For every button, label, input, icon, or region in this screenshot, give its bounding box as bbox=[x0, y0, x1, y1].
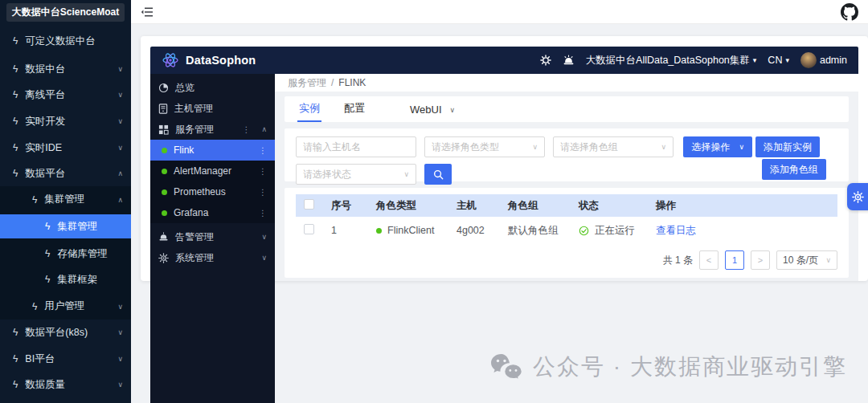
col-action: 操作 bbox=[649, 194, 837, 217]
pagination: 共 1 条 < 1 > 10 条/页 ∨ bbox=[296, 250, 837, 270]
sidebar-item-label: 集群管理 bbox=[57, 220, 97, 234]
wechat-icon bbox=[489, 352, 523, 381]
prev-page-button[interactable]: < bbox=[699, 250, 719, 270]
tab-webui[interactable]: WebUI ∨ bbox=[408, 99, 457, 122]
cell-status: 正在运行 bbox=[579, 224, 643, 238]
bolt-icon: ϟ bbox=[13, 168, 18, 179]
topbar bbox=[131, 0, 868, 24]
sidebar-item-cluster-management-group[interactable]: ϟ 集群管理 ∧ bbox=[0, 186, 131, 212]
app-sidebar-hosts[interactable]: 主机管理 bbox=[150, 98, 275, 119]
app-sidebar-system[interactable]: 系统管理 ∨ bbox=[150, 247, 275, 268]
service-item-alertmanager[interactable]: AlertManager ⋮ bbox=[150, 161, 275, 181]
bolt-icon: ϟ bbox=[13, 353, 18, 364]
search-button[interactable] bbox=[424, 164, 452, 185]
sidebar-item-repository-management[interactable]: ϟ 存储库管理 bbox=[0, 241, 131, 267]
sidebar-submenu-block: ϟ 集群管理 ∧ ϟ 集群管理 ϟ 存储库管理 ϟ 集群框架 ϟ 用户管理 ∨ bbox=[0, 186, 131, 320]
sidebar-item-realtime-ide[interactable]: ϟ 实时IDE ∨ bbox=[0, 135, 131, 161]
outer-sidebar: 大数据中台ScienceMoat ϟ 可定义数据中台 ϟ 数据中台 ∨ ϟ 离线… bbox=[0, 0, 131, 403]
more-icon[interactable]: ⋮ bbox=[259, 188, 267, 197]
app-sidebar-label: 告警管理 bbox=[175, 230, 214, 244]
role-type-select[interactable]: 请选择角色类型 ∨ bbox=[424, 136, 545, 157]
sidebar-item-label: 数据质量 bbox=[25, 378, 65, 392]
sidebar-item-bi-platform[interactable]: ϟ BI平台 ∨ bbox=[0, 346, 131, 372]
app-sidebar-label: 主机管理 bbox=[174, 102, 213, 116]
tabs-bar: 实例 配置 WebUI ∨ bbox=[285, 96, 849, 122]
state-select[interactable]: 请选择状态 ∨ bbox=[296, 164, 416, 185]
service-item-grafana[interactable]: Grafana ⋮ bbox=[150, 202, 275, 223]
chevron-down-icon: ∨ bbox=[117, 328, 123, 336]
current-page-button[interactable]: 1 bbox=[725, 250, 744, 270]
table-row: 1 FlinkClient 4g002 默认角 bbox=[296, 217, 837, 244]
cell-index: 1 bbox=[325, 217, 370, 244]
settings-icon[interactable] bbox=[540, 55, 551, 66]
floating-settings-button[interactable] bbox=[847, 183, 868, 210]
state-placeholder: 请选择状态 bbox=[303, 168, 351, 181]
alarm-icon[interactable] bbox=[563, 55, 575, 66]
view-log-link[interactable]: 查看日志 bbox=[656, 225, 696, 236]
sidebar-item-data-platform-main[interactable]: ϟ 数据平台 ∧ bbox=[0, 161, 131, 186]
app-body: 总览 主机管理 bbox=[150, 74, 858, 281]
chevron-up-icon: ∧ bbox=[117, 196, 123, 204]
github-icon[interactable] bbox=[841, 3, 858, 21]
sidebar-item-data-platform-k8s[interactable]: ϟ 数据平台(k8s) ∨ bbox=[0, 320, 131, 345]
sidebar-item-offline-platform[interactable]: ϟ 离线平台 ∨ bbox=[0, 82, 131, 108]
service-item-flink[interactable]: Flink ⋮ bbox=[150, 140, 275, 161]
bolt-icon: ϟ bbox=[13, 63, 18, 75]
sidebar-item-definable-data-platform[interactable]: ϟ 可定义数据中台 bbox=[0, 28, 131, 54]
sidebar-item-cluster-management[interactable]: ϟ 集群管理 bbox=[0, 214, 131, 238]
sidebar-item-label: 数据平台 bbox=[25, 167, 65, 181]
tab-instance[interactable]: 实例 bbox=[297, 96, 321, 122]
chevron-down-icon: ∨ bbox=[403, 170, 409, 178]
app-sidebar-alerts[interactable]: 告警管理 ∨ bbox=[150, 226, 275, 247]
sidebar-item-label: 离线平台 bbox=[25, 88, 65, 102]
sidebar-item-cluster-framework[interactable]: ϟ 集群框架 bbox=[0, 267, 131, 292]
add-role-group-button[interactable]: 添加角色组 bbox=[762, 159, 826, 180]
tab-config[interactable]: 配置 bbox=[342, 96, 366, 122]
cluster-selector[interactable]: 大数据中台AllData_DataSophon集群 ▾ bbox=[586, 54, 757, 67]
select-operation-label: 选择操作 bbox=[691, 140, 730, 154]
tab-webui-label: WebUI bbox=[410, 104, 442, 116]
page: 大数据中台ScienceMoat ϟ 可定义数据中台 ϟ 数据中台 ∨ ϟ 离线… bbox=[0, 0, 868, 403]
sidebar-item-label: 用户管理 bbox=[44, 299, 84, 313]
user-menu[interactable]: admin bbox=[800, 52, 847, 68]
role-group-select[interactable]: 请选择角色组 ∨ bbox=[553, 136, 674, 157]
service-item-prometheus[interactable]: Prometheus ⋮ bbox=[150, 181, 275, 202]
search-icon bbox=[433, 169, 444, 180]
alarm-icon bbox=[158, 232, 169, 242]
role-group-placeholder: 请选择角色组 bbox=[560, 140, 618, 154]
chevron-down-icon: ∨ bbox=[117, 117, 123, 125]
sidebar-item-user-management[interactable]: ϟ 用户管理 ∨ bbox=[0, 294, 131, 320]
row-checkbox[interactable] bbox=[304, 224, 314, 234]
more-icon[interactable]: ⋮ bbox=[242, 125, 250, 134]
status-dot-green bbox=[162, 189, 167, 195]
cell-role-type: FlinkClient bbox=[376, 225, 444, 236]
sidebar-item-label: 集群管理 bbox=[44, 193, 84, 206]
breadcrumb-current: FLINK bbox=[338, 77, 366, 88]
bolt-icon: ϟ bbox=[45, 221, 50, 232]
app-content: 服务管理 / FLINK 实例 配置 WebUI ∨ bbox=[275, 74, 858, 281]
sidebar-item-data-quality[interactable]: ϟ 数据质量 ∨ bbox=[0, 372, 131, 397]
add-instance-button[interactable]: 添加新实例 bbox=[755, 136, 820, 157]
breadcrumb-parent[interactable]: 服务管理 bbox=[288, 76, 326, 90]
service-label: Flink bbox=[174, 145, 194, 156]
more-icon[interactable]: ⋮ bbox=[259, 209, 267, 218]
select-operation-button[interactable]: 选择操作 ∨ bbox=[683, 136, 752, 157]
app-sidebar-services[interactable]: 服务管理 ⋮ ∧ bbox=[150, 119, 275, 140]
panels: 实例 配置 WebUI ∨ 请选择角色类型 bbox=[275, 92, 858, 278]
app-sidebar: 总览 主机管理 bbox=[150, 74, 275, 403]
role-type-value: FlinkClient bbox=[387, 225, 434, 236]
sidebar-item-data-platform[interactable]: ϟ 数据中台 ∨ bbox=[0, 56, 131, 82]
sidebar-item-realtime-dev[interactable]: ϟ 实时开发 ∨ bbox=[0, 108, 131, 134]
hostname-input[interactable] bbox=[296, 136, 416, 157]
select-all-checkbox[interactable] bbox=[304, 199, 314, 210]
app-sidebar-overview[interactable]: 总览 bbox=[150, 77, 275, 98]
language-selector[interactable]: CN ▾ bbox=[768, 55, 789, 66]
more-icon[interactable]: ⋮ bbox=[259, 167, 267, 176]
status-dot-green bbox=[376, 228, 382, 234]
menu-fold-icon[interactable] bbox=[141, 6, 154, 18]
next-page-button[interactable]: > bbox=[751, 250, 770, 270]
more-icon[interactable]: ⋮ bbox=[259, 146, 267, 155]
page-size-select[interactable]: 10 条/页 ∨ bbox=[776, 250, 837, 270]
bolt-icon: ϟ bbox=[45, 248, 50, 259]
status-dot-green bbox=[162, 210, 167, 216]
